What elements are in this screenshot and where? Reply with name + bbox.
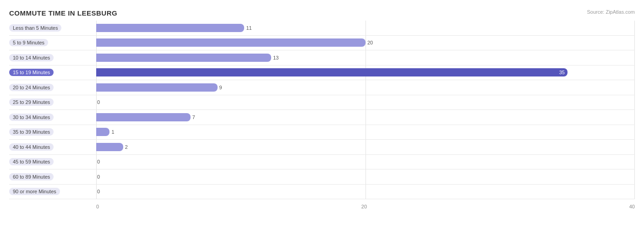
bar-label-pill: 15 to 19 Minutes xyxy=(9,69,54,76)
bar-row: Less than 5 Minutes11 xyxy=(9,21,635,36)
chart-area: Less than 5 Minutes115 to 9 Minutes2010 … xyxy=(9,21,635,210)
bar-value: 2 xyxy=(125,144,128,150)
bar-label-pill: 20 to 24 Minutes xyxy=(9,84,54,91)
bar-label-pill: 45 to 59 Minutes xyxy=(9,158,54,165)
bar-value: 0 xyxy=(97,159,100,164)
bar-row: 60 to 89 Minutes0 xyxy=(9,169,635,185)
x-axis-label: 40 xyxy=(629,204,635,209)
bar-value: 0 xyxy=(97,99,100,105)
bar-row: 90 or more Minutes0 xyxy=(9,185,635,200)
x-axis-label: 0 xyxy=(96,204,99,209)
bar-fill xyxy=(96,54,271,62)
bar-row: 15 to 19 Minutes35 xyxy=(9,65,635,81)
bar-row: 30 to 34 Minutes7 xyxy=(9,110,635,125)
bar-label-pill: 25 to 29 Minutes xyxy=(9,98,54,106)
bar-fill: 35 xyxy=(96,68,568,76)
bar-label-pill: 30 to 34 Minutes xyxy=(9,114,54,121)
bar-value: 20 xyxy=(367,40,373,45)
bar-fill xyxy=(96,24,244,32)
chart-container: COMMUTE TIME IN LEESBURG Source: ZipAtla… xyxy=(0,0,644,240)
bar-label-pill: 35 to 39 Minutes xyxy=(9,128,54,136)
bar-row: 25 to 29 Minutes0 xyxy=(9,95,635,110)
bar-fill xyxy=(96,113,191,121)
bar-row: 20 to 24 Minutes9 xyxy=(9,80,635,95)
bars-section: Less than 5 Minutes115 to 9 Minutes2010 … xyxy=(9,21,635,199)
bar-row: 35 to 39 Minutes1 xyxy=(9,125,635,140)
x-axis: 02040 xyxy=(9,199,635,210)
bar-value: 1 xyxy=(111,129,114,135)
bar-row: 45 to 59 Minutes0 xyxy=(9,155,635,170)
chart-title: COMMUTE TIME IN LEESBURG xyxy=(9,9,635,17)
bar-row: 5 to 9 Minutes20 xyxy=(9,36,635,51)
bar-value: 13 xyxy=(273,55,278,60)
bar-label-pill: 40 to 44 Minutes xyxy=(9,143,54,151)
bar-fill xyxy=(96,143,123,151)
bar-fill xyxy=(96,128,109,136)
bar-value: 11 xyxy=(246,25,251,31)
bar-row: 10 to 14 Minutes13 xyxy=(9,50,635,65)
bar-value: 35 xyxy=(559,70,565,75)
source-label: Source: ZipAtlas.com xyxy=(587,9,635,15)
bar-value: 9 xyxy=(219,85,222,90)
bar-label-pill: 5 to 9 Minutes xyxy=(9,39,48,46)
bar-fill xyxy=(96,83,218,92)
x-axis-label: 20 xyxy=(361,204,367,209)
bar-value: 7 xyxy=(192,115,195,120)
bar-value: 0 xyxy=(97,174,100,180)
bar-label-pill: 60 to 89 Minutes xyxy=(9,173,54,180)
x-axis-labels: 02040 xyxy=(96,204,635,210)
bar-value: 0 xyxy=(97,189,100,194)
bar-fill xyxy=(96,38,366,47)
bar-label-pill: 10 to 14 Minutes xyxy=(9,54,54,61)
bar-label-pill: Less than 5 Minutes xyxy=(9,24,61,32)
bar-row: 40 to 44 Minutes2 xyxy=(9,140,635,155)
bar-label-pill: 90 or more Minutes xyxy=(9,188,60,195)
